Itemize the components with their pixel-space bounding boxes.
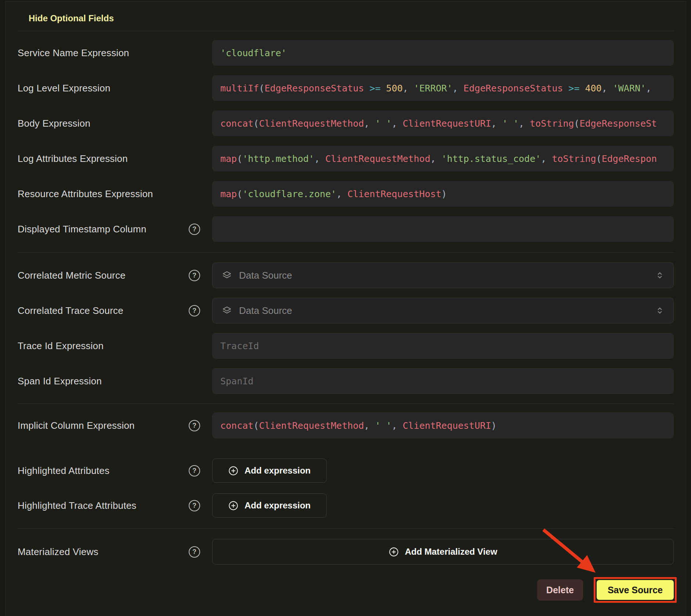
trace-id-expression-input[interactable] — [212, 333, 674, 359]
divider — [18, 403, 674, 404]
divider — [18, 528, 674, 529]
help-icon[interactable]: ? — [189, 224, 200, 235]
add-materialized-view-label: Add Materialized View — [405, 547, 498, 557]
field-row-body: Body Expression concat(ClientRequestMeth… — [18, 110, 674, 136]
help-icon[interactable]: ? — [189, 465, 200, 477]
highlighted-trace-attributes-label: Highlighted Trace Attributes — [18, 500, 137, 511]
page: { "colors": { "code_red": "#e06c75", "co… — [0, 0, 691, 616]
implicit-column-expression-input[interactable]: concat(ClientRequestMethod, ' ', ClientR… — [212, 413, 674, 438]
field-row-log-attributes: Log Attributes Expression map('http.meth… — [18, 146, 674, 171]
footer-actions: Delete Save Source — [18, 577, 674, 603]
correlated-trace-source-select[interactable]: Data Source — [212, 298, 674, 323]
save-source-button[interactable]: Save Source — [597, 580, 674, 600]
resource-attributes-label: Resource Attributes Expression — [18, 188, 153, 200]
displayed-timestamp-input[interactable] — [212, 216, 674, 242]
add-materialized-view-button[interactable]: Add Materialized View — [212, 539, 674, 565]
help-icon[interactable]: ? — [189, 500, 200, 511]
chevron-updown-icon — [655, 306, 665, 315]
hide-optional-fields-link[interactable]: Hide Optional Fields — [29, 13, 114, 23]
plus-circle-icon — [228, 466, 238, 476]
field-row-span-id: Span Id Expression — [18, 368, 674, 394]
body-label: Body Expression — [18, 118, 90, 129]
help-icon[interactable]: ? — [189, 546, 200, 558]
highlighted-attributes-label: Highlighted Attributes — [18, 465, 109, 477]
materialized-views-label: Materialized Views — [18, 546, 98, 558]
divider — [18, 252, 674, 253]
trace-id-label: Trace Id Expression — [18, 340, 104, 352]
annotation-highlight-box: Save Source — [594, 577, 677, 603]
service-name-expression-input[interactable]: 'cloudflare' — [212, 40, 674, 66]
field-row-service-name: Service Name Expression 'cloudflare' — [18, 40, 674, 66]
help-icon[interactable]: ? — [189, 270, 200, 281]
log-attributes-expression-input[interactable]: map('http.method', ClientRequestMethod, … — [212, 146, 674, 171]
span-id-expression-input[interactable] — [212, 368, 674, 394]
body-expression-input[interactable]: concat(ClientRequestMethod, ' ', ClientR… — [212, 110, 674, 136]
add-expression-label: Add expression — [245, 500, 311, 511]
field-row-highlighted-attributes: Highlighted Attributes ? Add expression — [18, 459, 674, 483]
add-expression-button[interactable]: Add expression — [212, 459, 327, 483]
field-row-resource-attributes: Resource Attributes Expression map('clou… — [18, 181, 674, 207]
field-row-correlated-metric: Correlated Metric Source ? Data Source — [18, 262, 674, 288]
field-row-trace-id: Trace Id Expression — [18, 333, 674, 359]
correlated-trace-label: Correlated Trace Source — [18, 305, 123, 316]
plus-circle-icon — [228, 501, 238, 511]
implicit-column-label: Implicit Column Expression — [18, 420, 135, 431]
displayed-timestamp-label: Displayed Timestamp Column — [18, 224, 146, 235]
divider — [18, 31, 674, 31]
add-expression-button[interactable]: Add expression — [212, 493, 327, 518]
log-level-expression-input[interactable]: multiIf(EdgeResponseStatus >= 500, 'ERRO… — [212, 75, 674, 101]
select-placeholder: Data Source — [239, 305, 292, 316]
resource-attributes-expression-input[interactable]: map('cloudflare.zone', ClientRequestHost… — [212, 181, 674, 207]
help-icon[interactable]: ? — [189, 420, 200, 431]
add-expression-label: Add expression — [245, 465, 311, 476]
field-row-highlighted-trace-attributes: Highlighted Trace Attributes ? Add expre… — [18, 493, 674, 518]
correlated-metric-label: Correlated Metric Source — [18, 270, 126, 281]
correlated-metric-source-select[interactable]: Data Source — [212, 262, 674, 288]
log-level-label: Log Level Expression — [18, 83, 111, 94]
field-row-log-level: Log Level Expression multiIf(EdgeRespons… — [18, 75, 674, 101]
help-icon[interactable]: ? — [189, 305, 200, 316]
chevron-updown-icon — [655, 271, 665, 280]
select-placeholder: Data Source — [239, 270, 292, 281]
span-id-label: Span Id Expression — [18, 376, 102, 387]
field-row-correlated-trace: Correlated Trace Source ? Data Source — [18, 298, 674, 323]
log-attributes-label: Log Attributes Expression — [18, 153, 128, 164]
service-name-label: Service Name Expression — [18, 47, 129, 59]
plus-circle-icon — [389, 547, 399, 557]
field-row-implicit-column: Implicit Column Expression ? concat(Clie… — [18, 413, 674, 438]
data-source-stack-icon — [221, 270, 232, 281]
field-row-displayed-timestamp: Displayed Timestamp Column ? — [18, 216, 674, 242]
source-settings-panel: Hide Optional Fields Service Name Expres… — [5, 1, 686, 616]
field-row-materialized-views: Materialized Views ? Add Materialized Vi… — [18, 539, 674, 565]
delete-button[interactable]: Delete — [537, 579, 583, 601]
data-source-stack-icon — [221, 305, 232, 316]
